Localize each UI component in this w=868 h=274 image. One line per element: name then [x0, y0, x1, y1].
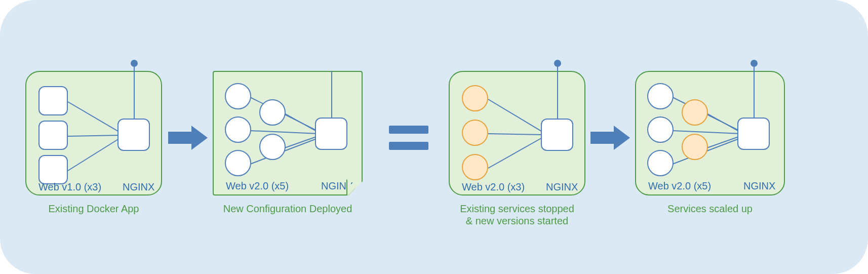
- web-node-2: [259, 99, 286, 126]
- svg-line-2: [68, 138, 121, 171]
- nginx-node: [117, 119, 150, 151]
- diagram-canvas: Web v1.0 (x3) NGINX Existing Docker App …: [0, 0, 868, 274]
- web-node-4: [259, 134, 286, 160]
- web-label: Web v1.0 (x3): [38, 181, 101, 193]
- web-node-3: [38, 155, 68, 184]
- panel-new-config: Web v2.0 (x5) NGINX: [213, 71, 363, 195]
- web-node-1: [647, 83, 674, 109]
- panel-stopped: Web v2.0 (x3) NGINX: [449, 71, 585, 195]
- antenna-dot: [131, 60, 138, 67]
- svg-line-7: [285, 136, 319, 148]
- svg-line-14: [707, 113, 741, 133]
- web-node-2: [38, 121, 68, 150]
- web-node-4-new: [682, 134, 708, 160]
- svg-line-0: [68, 102, 121, 133]
- svg-line-15: [673, 131, 741, 134]
- caption-stopped: Existing services stopped & new versions…: [439, 203, 596, 227]
- web-node-2-new: [682, 99, 708, 126]
- svg-line-6: [250, 131, 319, 134]
- web-label: Web v2.0 (x5): [226, 180, 289, 192]
- caption-scaled: Services scaled up: [635, 203, 785, 215]
- svg-marker-3: [168, 126, 208, 150]
- web-node-1: [38, 86, 68, 115]
- antenna-line: [331, 64, 332, 118]
- antenna-line: [557, 64, 558, 119]
- web-node-2-new: [462, 120, 488, 146]
- svg-line-10: [488, 134, 544, 135]
- svg-line-9: [488, 99, 544, 133]
- svg-line-5: [285, 113, 319, 133]
- nginx-label: NGINX: [743, 180, 775, 192]
- svg-line-16: [707, 136, 741, 148]
- antenna-dot: [554, 60, 561, 67]
- web-node-1: [225, 83, 251, 109]
- nginx-label: NGINX: [321, 180, 353, 192]
- nginx-node: [315, 118, 347, 150]
- antenna-line: [134, 64, 135, 119]
- web-label: Web v2.0 (x3): [462, 181, 525, 193]
- web-node-3: [647, 116, 674, 143]
- svg-marker-12: [590, 126, 630, 150]
- antenna-line: [754, 64, 755, 118]
- panel-scaled: Web v2.0 (x5) NGINX: [635, 71, 785, 195]
- nginx-label: NGINX: [546, 181, 578, 193]
- web-node-5: [225, 150, 251, 176]
- arrow-right-2: [590, 126, 630, 150]
- svg-line-1: [68, 135, 121, 136]
- web-node-3: [225, 116, 251, 143]
- nginx-node: [541, 119, 573, 151]
- nginx-label: NGINX: [123, 181, 154, 193]
- equals-sign: [389, 123, 428, 153]
- antenna-dot: [751, 60, 758, 67]
- web-node-3-new: [462, 154, 488, 180]
- web-label: Web v2.0 (x5): [648, 180, 711, 192]
- svg-line-11: [488, 137, 544, 168]
- arrow-right-1: [168, 126, 208, 150]
- nginx-node: [737, 118, 770, 150]
- panel-existing: Web v1.0 (x3) NGINX: [25, 71, 162, 195]
- antenna-dot: [328, 60, 335, 67]
- caption-new-config: New Configuration Deployed: [213, 203, 363, 215]
- web-node-1-new: [462, 85, 488, 111]
- caption-existing: Existing Docker App: [25, 203, 162, 215]
- web-node-5: [647, 150, 674, 176]
